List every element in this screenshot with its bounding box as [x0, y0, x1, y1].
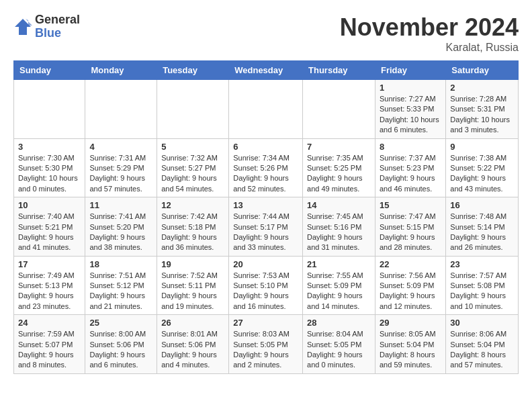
- cell-info: Sunrise: 8:01 AM Sunset: 5:06 PM Dayligh…: [161, 329, 224, 371]
- calendar-cell: 27Sunrise: 8:03 AM Sunset: 5:05 PM Dayli…: [229, 315, 303, 374]
- cell-info: Sunrise: 7:41 AM Sunset: 5:20 PM Dayligh…: [89, 212, 152, 253]
- calendar-week: 3Sunrise: 7:30 AM Sunset: 5:30 PM Daylig…: [14, 138, 519, 197]
- cell-info: Sunrise: 7:42 AM Sunset: 5:18 PM Dayligh…: [161, 212, 224, 253]
- cell-info: Sunrise: 7:31 AM Sunset: 5:29 PM Dayligh…: [89, 153, 152, 195]
- calendar-cell: [85, 80, 157, 139]
- day-number: 20: [233, 259, 298, 269]
- logo: General Blue: [13, 13, 80, 40]
- day-number: 19: [161, 259, 224, 269]
- cell-info: Sunrise: 7:57 AM Sunset: 5:08 PM Dayligh…: [450, 271, 514, 312]
- month-title: November 2024: [340, 13, 519, 42]
- cell-info: Sunrise: 7:40 AM Sunset: 5:21 PM Dayligh…: [18, 212, 81, 253]
- day-number: 28: [307, 318, 371, 328]
- logo-icon: [13, 17, 32, 36]
- day-number: 5: [161, 142, 224, 152]
- day-number: 9: [450, 142, 514, 152]
- day-number: 17: [18, 259, 81, 269]
- cell-info: Sunrise: 7:47 AM Sunset: 5:15 PM Dayligh…: [380, 212, 441, 253]
- calendar-cell: 17Sunrise: 7:49 AM Sunset: 5:13 PM Dayli…: [14, 256, 85, 315]
- day-number: 6: [233, 142, 298, 152]
- calendar-cell: 18Sunrise: 7:51 AM Sunset: 5:12 PM Dayli…: [85, 256, 157, 315]
- header-day: Sunday: [14, 61, 85, 80]
- calendar-cell: 25Sunrise: 8:00 AM Sunset: 5:06 PM Dayli…: [85, 315, 157, 374]
- cell-info: Sunrise: 7:52 AM Sunset: 5:11 PM Dayligh…: [161, 271, 224, 312]
- title-block: November 2024 Karalat, Russia: [340, 13, 519, 54]
- calendar-cell: 12Sunrise: 7:42 AM Sunset: 5:18 PM Dayli…: [157, 197, 229, 257]
- cell-info: Sunrise: 8:04 AM Sunset: 5:05 PM Dayligh…: [307, 329, 371, 371]
- day-number: 14: [307, 200, 371, 210]
- day-number: 3: [18, 142, 81, 152]
- calendar-cell: 20Sunrise: 7:53 AM Sunset: 5:10 PM Dayli…: [229, 256, 303, 315]
- cell-info: Sunrise: 7:59 AM Sunset: 5:07 PM Dayligh…: [18, 329, 81, 371]
- logo-blue: Blue: [35, 27, 80, 40]
- calendar-week: 24Sunrise: 7:59 AM Sunset: 5:07 PM Dayli…: [14, 315, 519, 374]
- header-day: Tuesday: [157, 61, 229, 80]
- page-header: General Blue November 2024 Karalat, Russ…: [13, 13, 519, 54]
- day-number: 18: [89, 259, 152, 269]
- cell-info: Sunrise: 7:45 AM Sunset: 5:16 PM Dayligh…: [307, 212, 371, 253]
- logo-text: General Blue: [35, 13, 80, 40]
- header-day: Thursday: [303, 61, 375, 80]
- calendar-cell: 19Sunrise: 7:52 AM Sunset: 5:11 PM Dayli…: [157, 256, 229, 315]
- calendar-cell: 24Sunrise: 7:59 AM Sunset: 5:07 PM Dayli…: [14, 315, 85, 374]
- day-number: 2: [450, 83, 514, 93]
- calendar-week: 17Sunrise: 7:49 AM Sunset: 5:13 PM Dayli…: [14, 256, 519, 315]
- day-number: 26: [161, 318, 224, 328]
- cell-info: Sunrise: 7:34 AM Sunset: 5:26 PM Dayligh…: [233, 153, 298, 195]
- cell-info: Sunrise: 7:53 AM Sunset: 5:10 PM Dayligh…: [233, 271, 298, 312]
- day-number: 24: [18, 318, 81, 328]
- cell-info: Sunrise: 7:35 AM Sunset: 5:25 PM Dayligh…: [307, 153, 371, 195]
- calendar-cell: 11Sunrise: 7:41 AM Sunset: 5:20 PM Dayli…: [85, 197, 157, 257]
- cell-info: Sunrise: 7:56 AM Sunset: 5:09 PM Dayligh…: [380, 271, 441, 312]
- day-number: 21: [307, 259, 371, 269]
- calendar-cell: 10Sunrise: 7:40 AM Sunset: 5:21 PM Dayli…: [14, 197, 85, 257]
- cell-info: Sunrise: 7:37 AM Sunset: 5:23 PM Dayligh…: [380, 153, 441, 195]
- calendar-cell: 29Sunrise: 8:05 AM Sunset: 5:04 PM Dayli…: [375, 315, 445, 374]
- header-day: Wednesday: [229, 61, 303, 80]
- header-day: Saturday: [446, 61, 519, 80]
- day-number: 29: [380, 318, 441, 328]
- calendar-cell: 22Sunrise: 7:56 AM Sunset: 5:09 PM Dayli…: [375, 256, 445, 315]
- day-number: 30: [450, 318, 514, 328]
- day-number: 1: [380, 83, 441, 93]
- cell-info: Sunrise: 7:55 AM Sunset: 5:09 PM Dayligh…: [307, 271, 371, 312]
- calendar-body: 1Sunrise: 7:27 AM Sunset: 5:33 PM Daylig…: [14, 80, 519, 374]
- cell-info: Sunrise: 7:30 AM Sunset: 5:30 PM Dayligh…: [18, 153, 81, 195]
- calendar-cell: 16Sunrise: 7:48 AM Sunset: 5:14 PM Dayli…: [446, 197, 519, 257]
- svg-marker-0: [15, 19, 31, 35]
- calendar-cell: 14Sunrise: 7:45 AM Sunset: 5:16 PM Dayli…: [303, 197, 375, 257]
- cell-info: Sunrise: 8:05 AM Sunset: 5:04 PM Dayligh…: [380, 329, 441, 371]
- day-number: 8: [380, 142, 441, 152]
- calendar-cell: 23Sunrise: 7:57 AM Sunset: 5:08 PM Dayli…: [446, 256, 519, 315]
- logo-general: General: [35, 13, 80, 27]
- cell-info: Sunrise: 7:28 AM Sunset: 5:31 PM Dayligh…: [450, 94, 514, 136]
- day-number: 23: [450, 259, 514, 269]
- header-day: Friday: [375, 61, 445, 80]
- day-number: 15: [380, 200, 441, 210]
- calendar-cell: 6Sunrise: 7:34 AM Sunset: 5:26 PM Daylig…: [229, 138, 303, 197]
- calendar-header: SundayMondayTuesdayWednesdayThursdayFrid…: [14, 61, 519, 80]
- day-number: 25: [89, 318, 152, 328]
- day-number: 11: [89, 200, 152, 210]
- cell-info: Sunrise: 7:38 AM Sunset: 5:22 PM Dayligh…: [450, 153, 514, 195]
- day-number: 22: [380, 259, 441, 269]
- day-number: 12: [161, 200, 224, 210]
- calendar-cell: 9Sunrise: 7:38 AM Sunset: 5:22 PM Daylig…: [446, 138, 519, 197]
- calendar-cell: 1Sunrise: 7:27 AM Sunset: 5:33 PM Daylig…: [375, 80, 445, 139]
- day-number: 4: [89, 142, 152, 152]
- calendar-cell: 3Sunrise: 7:30 AM Sunset: 5:30 PM Daylig…: [14, 138, 85, 197]
- calendar-cell: 13Sunrise: 7:44 AM Sunset: 5:17 PM Dayli…: [229, 197, 303, 257]
- cell-info: Sunrise: 7:51 AM Sunset: 5:12 PM Dayligh…: [89, 271, 152, 312]
- calendar-cell: [229, 80, 303, 139]
- calendar-cell: 15Sunrise: 7:47 AM Sunset: 5:15 PM Dayli…: [375, 197, 445, 257]
- calendar-cell: [14, 80, 85, 139]
- cell-info: Sunrise: 8:00 AM Sunset: 5:06 PM Dayligh…: [89, 329, 152, 371]
- day-number: 13: [233, 200, 298, 210]
- calendar-cell: 4Sunrise: 7:31 AM Sunset: 5:29 PM Daylig…: [85, 138, 157, 197]
- calendar-cell: 5Sunrise: 7:32 AM Sunset: 5:27 PM Daylig…: [157, 138, 229, 197]
- cell-info: Sunrise: 7:48 AM Sunset: 5:14 PM Dayligh…: [450, 212, 514, 253]
- calendar-cell: 21Sunrise: 7:55 AM Sunset: 5:09 PM Dayli…: [303, 256, 375, 315]
- cell-info: Sunrise: 8:06 AM Sunset: 5:04 PM Dayligh…: [450, 329, 514, 371]
- calendar-cell: 30Sunrise: 8:06 AM Sunset: 5:04 PM Dayli…: [446, 315, 519, 374]
- cell-info: Sunrise: 7:32 AM Sunset: 5:27 PM Dayligh…: [161, 153, 224, 195]
